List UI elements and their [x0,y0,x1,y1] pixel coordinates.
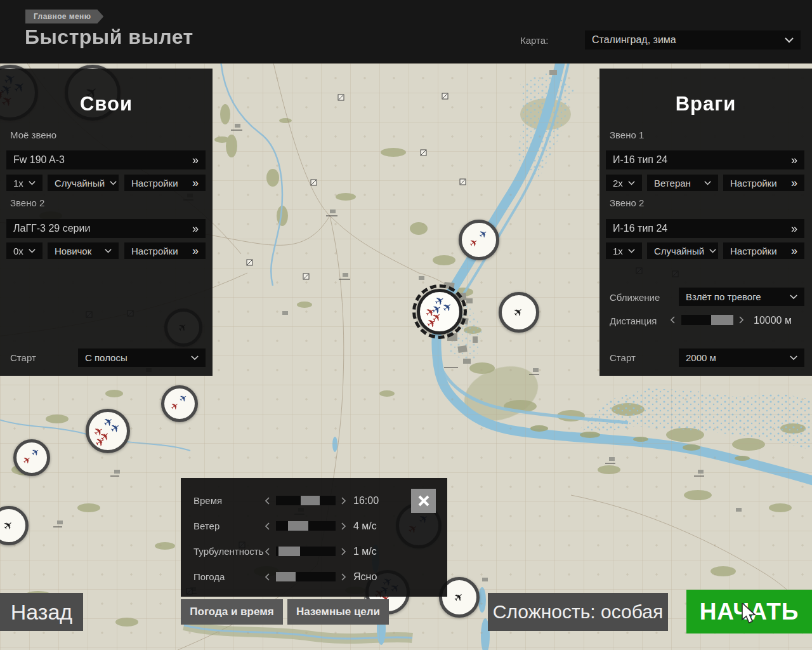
turbulence-slider-handle[interactable] [278,547,300,556]
turbulence-increase-arrow[interactable] [339,547,348,557]
enemy-flight1-skill-value: Ветеран [654,178,691,189]
chevron-down-icon [29,181,36,185]
weather-slider-track[interactable] [276,572,336,581]
distance-slider-handle[interactable] [711,315,733,325]
wind-decrease-arrow[interactable] [263,521,272,531]
weather-panel-close-button[interactable] [411,489,436,513]
friendly-flight1-settings-button[interactable]: Настройки » [124,175,206,191]
plane-icon: ✈ [451,590,466,604]
wind-label: Ветер [193,521,219,531]
plane-icon: ✈ [477,228,490,241]
enemy-flight2-plane-field[interactable]: И-16 тип 24 » [606,219,804,238]
turbulence-value: 1 м/с [353,546,377,557]
chevron-down-icon [105,249,112,253]
enemy-flight2-count-dropdown[interactable]: 1x [606,242,642,259]
top-bar: Главное меню Быстрый вылет Карта: Сталин… [0,0,812,63]
distance-increase-arrow[interactable] [737,315,745,325]
plane-marker[interactable]: ✈✈ [459,220,499,260]
enemy-flight2-skill-value: Случайный [654,246,704,256]
plane-icon: ✈ [169,401,181,413]
selected-plane-marker[interactable]: ✈✈✈✈✈✈ [417,289,462,335]
chevron-right-icon [341,548,346,555]
expand-icon: » [791,154,797,166]
weather-increase-arrow[interactable] [339,572,348,582]
enemy-flight1-settings-button[interactable]: Настройки » [723,175,804,191]
chevron-down-icon [785,37,794,43]
friendly-flight2-settings-button[interactable]: Настройки » [124,242,206,259]
friendly-flight2-plane-value: ЛаГГ-3 29 серии [13,223,90,234]
difficulty-button[interactable]: Сложность: особая [488,593,668,631]
friendly-flight1-skill-dropdown[interactable]: Случайный [48,175,119,191]
turbulence-decrease-arrow[interactable] [263,547,272,557]
friendly-flight1-skill-value: Случайный [55,178,105,189]
plane-icon: ✈ [108,421,123,435]
turbulence-slider-track[interactable] [276,547,336,556]
chevron-left-icon [265,522,270,530]
weather-time-button[interactable]: Погода и время [181,599,283,625]
distance-slider-track[interactable] [681,315,733,325]
plane-marker[interactable]: ✈ [499,292,539,333]
friendly-flight1-label: Моё звено [10,129,56,140]
enemy-flight1-count-dropdown[interactable]: 2x [606,175,642,191]
weather-row-weather: Погода Ясно [181,568,447,586]
enemy-approach-dropdown[interactable]: Взлёт по тревоге [679,288,804,306]
enemy-flight2-skill-dropdown[interactable]: Случайный [647,242,718,259]
expand-icon: » [192,223,199,234]
plane-icon: ✈ [468,237,480,250]
time-slider-track[interactable] [276,496,336,505]
wind-slider-track[interactable] [276,521,336,531]
friendly-start-dropdown[interactable]: С полосы [78,348,206,367]
time-increase-arrow[interactable] [339,496,348,506]
time-decrease-arrow[interactable] [263,496,272,506]
friendly-flight1-plane-field[interactable]: Fw 190 A-3 » [6,150,206,169]
friendly-start-label: Старт [10,352,36,363]
enemy-start-dropdown[interactable]: 2000 м [679,348,804,367]
enemy-flight2-settings-button[interactable]: Настройки » [723,242,804,259]
enemy-distance-label: Дистанция [610,315,657,326]
weather-label: Погода [193,571,225,582]
enemy-flight2-count-value: 1x [613,246,623,256]
turbulence-label: Турбулентность [193,546,264,557]
map-select-label: Карта: [520,35,548,46]
chevron-right-icon [341,497,346,505]
weather-decrease-arrow[interactable] [263,572,272,582]
enemy-flight1-plane-value: И-16 тип 24 [613,154,667,166]
plane-icon: ✈ [30,446,42,459]
map-select-dropdown[interactable]: Сталинград, зима [585,30,801,50]
friendly-flight1-count-value: 1x [13,178,23,189]
weather-slider-handle[interactable] [276,572,296,581]
friendly-panel: Свои Моё звено Fw 190 A-3 » 1x Случайный… [0,69,213,376]
plane-marker[interactable]: ✈✈ [13,439,50,476]
plane-icon: ✈ [1,518,15,533]
friendly-flight1-count-dropdown[interactable]: 1x [6,175,43,191]
enemy-flight2-label: Звено 2 [610,197,644,208]
expand-icon: » [791,177,797,189]
back-button[interactable]: Назад [0,593,83,631]
chevron-left-icon [265,573,270,581]
friendly-flight2-count-value: 0x [13,246,23,256]
breadcrumb-main-menu[interactable]: Главное меню [25,10,103,23]
chevron-down-icon [790,355,797,361]
chevron-right-icon [738,316,744,324]
friendly-flight2-plane-field[interactable]: ЛаГГ-3 29 серии » [6,219,206,238]
distance-decrease-arrow[interactable] [668,315,677,325]
wind-value: 4 м/с [353,521,377,532]
wind-increase-arrow[interactable] [339,521,348,531]
wind-slider-handle[interactable] [288,521,308,531]
enemy-approach-value: Взлёт по тревоге [686,291,761,302]
time-slider-handle[interactable] [301,496,320,505]
friendly-flight1-settings-label: Настройки [131,178,178,189]
friendly-flight2-skill-dropdown[interactable]: Новичок [48,242,119,259]
ground-targets-button[interactable]: Наземные цели [287,599,389,625]
enemy-flight1-plane-field[interactable]: И-16 тип 24 » [606,150,804,169]
enemy-approach-label: Сближение [610,292,660,303]
plane-marker[interactable]: ✈✈ [161,385,198,422]
page-title: Быстрый вылет [25,25,193,49]
plane-marker[interactable]: ✈✈✈✈✈ [86,409,130,453]
quick-mission-screen: ✈✈✈✈✈✈✈✈✈✈✈✈✈✈✈✈✈✈✈✈✈✈✈✈✈✈✈✈✈✈✈✈✈✈ Главн… [0,0,812,650]
weather-value: Ясно [353,571,377,583]
expand-icon: » [192,154,199,166]
friendly-flight2-count-dropdown[interactable]: 0x [6,242,43,259]
expand-icon: » [791,223,797,234]
enemy-flight1-skill-dropdown[interactable]: Ветеран [647,175,718,191]
